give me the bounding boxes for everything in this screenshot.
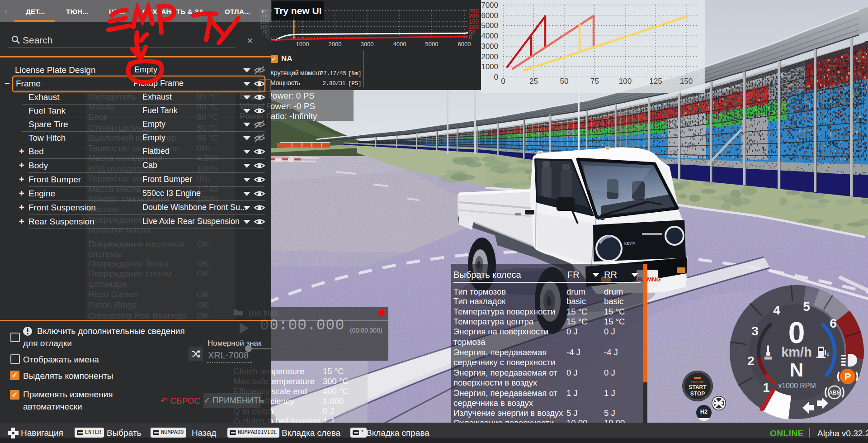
svg-text:P: P [844,371,851,382]
svg-text:H2: H2 [700,408,708,415]
svg-text:KEVIN: KEVIN [624,241,636,246]
svg-text:km/h: km/h [781,345,812,359]
svg-text:START: START [689,384,707,391]
svg-text:2: 2 [747,354,755,368]
svg-text:u: u [826,351,830,357]
svg-text:ENGINE: ENGINE [691,380,705,384]
svg-text:4iD: 4iD [596,214,605,221]
svg-text:6: 6 [830,316,837,330]
svg-text:N: N [790,359,803,381]
svg-text:x1000 RPM: x1000 RPM [778,382,816,390]
svg-text:0: 0 [788,316,805,349]
svg-text:3: 3 [751,324,759,338]
svg-text:ABS: ABS [829,390,840,396]
svg-text:1: 1 [763,381,770,395]
svg-text:STOP: STOP [690,391,705,397]
svg-text:5: 5 [803,300,810,314]
svg-text:4: 4 [773,303,780,317]
